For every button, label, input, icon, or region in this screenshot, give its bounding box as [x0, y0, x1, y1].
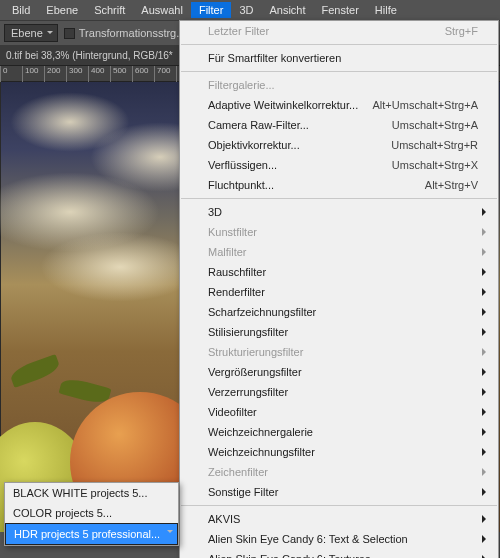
menu-item[interactable]: Verflüssigen...Umschalt+Strg+X: [180, 155, 498, 175]
menubar-item-bild[interactable]: Bild: [4, 2, 38, 18]
ruler-tick: 600: [132, 66, 148, 82]
menu-separator: [181, 198, 497, 199]
menubar-item-auswahl[interactable]: Auswahl: [133, 2, 191, 18]
menu-item-label: Adaptive Weitwinkelkorrektur...: [208, 98, 365, 112]
menu-item[interactable]: Scharfzeichnungsfilter: [180, 302, 498, 322]
ruler-tick: 100: [22, 66, 38, 82]
submenu-item[interactable]: HDR projects 5 professional...: [5, 523, 178, 545]
menu-item[interactable]: Alien Skin Eye Candy 6: Textures: [180, 549, 498, 558]
submenu-arrow-icon: [482, 488, 490, 496]
ruler-tick: 500: [110, 66, 126, 82]
ruler-tick: 400: [88, 66, 104, 82]
menu-item-shortcut: Strg+F: [445, 24, 478, 38]
menu-item-shortcut: Umschalt+Strg+X: [392, 158, 478, 172]
menu-item[interactable]: Fluchtpunkt...Alt+Strg+V: [180, 175, 498, 195]
tab-title: 0.tif bei 38,3% (Hintergrund, RGB/16*: [6, 50, 173, 61]
submenu-arrow-icon: [482, 388, 490, 396]
menu-item: Letzter FilterStrg+F: [180, 21, 498, 41]
menu-item[interactable]: Stilisierungsfilter: [180, 322, 498, 342]
menu-item-label: Renderfilter: [208, 285, 478, 299]
menu-separator: [181, 44, 497, 45]
submenu-arrow-icon: [482, 448, 490, 456]
menu-item[interactable]: Weichzeichnungsfilter: [180, 442, 498, 462]
menu-item-label: Fluchtpunkt...: [208, 178, 417, 192]
menu-item-label: Camera Raw-Filter...: [208, 118, 384, 132]
submenu-arrow-icon: [482, 408, 490, 416]
menu-item[interactable]: Renderfilter: [180, 282, 498, 302]
transform-label: Transformationsstrg.: [79, 27, 179, 39]
menu-item: Filtergalerie...: [180, 75, 498, 95]
menu-item-label: Scharfzeichnungsfilter: [208, 305, 478, 319]
menu-item: Strukturierungsfilter: [180, 342, 498, 362]
menu-item-label: Vergrößerungsfilter: [208, 365, 478, 379]
menu-item-label: Malfilter: [208, 245, 478, 259]
menu-item[interactable]: Sonstige Filter: [180, 482, 498, 502]
submenu-arrow-icon: [482, 515, 490, 523]
menu-item[interactable]: Rauschfilter: [180, 262, 498, 282]
menu-item[interactable]: Für Smartfilter konvertieren: [180, 48, 498, 68]
menu-item[interactable]: AKVIS: [180, 509, 498, 529]
submenu-arrow-icon: [482, 228, 490, 236]
menu-item[interactable]: Objektivkorrektur...Umschalt+Strg+R: [180, 135, 498, 155]
menu-item-label: AKVIS: [208, 512, 478, 526]
submenu-arrow-icon: [482, 288, 490, 296]
submenu-arrow-icon: [482, 428, 490, 436]
menu-item-shortcut: Alt+Umschalt+Strg+A: [373, 98, 478, 112]
menu-item[interactable]: Verzerrungsfilter: [180, 382, 498, 402]
menubar-item-filter[interactable]: Filter: [191, 2, 231, 18]
menubar-item-ansicht[interactable]: Ansicht: [261, 2, 313, 18]
menu-item-label: Letzter Filter: [208, 24, 437, 38]
submenu-arrow-icon: [482, 268, 490, 276]
menu-item[interactable]: Alien Skin Eye Candy 6: Text & Selection: [180, 529, 498, 549]
menu-item: Kunstfilter: [180, 222, 498, 242]
menu-item-label: Alien Skin Eye Candy 6: Textures: [208, 552, 478, 558]
menu-item-shortcut: Umschalt+Strg+R: [391, 138, 478, 152]
submenu-arrow-icon: [482, 535, 490, 543]
menu-item-label: Rauschfilter: [208, 265, 478, 279]
menu-item[interactable]: Adaptive Weitwinkelkorrektur...Alt+Umsch…: [180, 95, 498, 115]
submenu-arrow-icon: [482, 208, 490, 216]
layer-select[interactable]: Ebene: [4, 24, 58, 42]
submenu-arrow-icon: [482, 328, 490, 336]
menubar-item-schrift[interactable]: Schrift: [86, 2, 133, 18]
menubar-item-ebene[interactable]: Ebene: [38, 2, 86, 18]
menu-item[interactable]: Camera Raw-Filter...Umschalt+Strg+A: [180, 115, 498, 135]
menu-item-label: Weichzeichnergalerie: [208, 425, 478, 439]
menu-item-label: Sonstige Filter: [208, 485, 478, 499]
menu-item-label: Verflüssigen...: [208, 158, 384, 172]
submenu-item[interactable]: BLACK WHITE projects 5...: [5, 483, 178, 503]
menu-item: Malfilter: [180, 242, 498, 262]
menu-item-label: Strukturierungsfilter: [208, 345, 478, 359]
menu-item-label: Weichzeichnungsfilter: [208, 445, 478, 459]
ruler-tick: 300: [66, 66, 82, 82]
submenu-arrow-icon: [482, 308, 490, 316]
submenu-item[interactable]: COLOR projects 5...: [5, 503, 178, 523]
menubar-item-3d[interactable]: 3D: [231, 2, 261, 18]
menu-item-label: Filtergalerie...: [208, 78, 478, 92]
ruler-tick: 700: [154, 66, 170, 82]
menu-item[interactable]: Videofilter: [180, 402, 498, 422]
menu-item-label: Videofilter: [208, 405, 478, 419]
menu-item-label: Zeichenfilter: [208, 465, 478, 479]
menu-item-label: Objektivkorrektur...: [208, 138, 383, 152]
menubar-item-hilfe[interactable]: Hilfe: [367, 2, 405, 18]
transform-checkbox[interactable]: Transformationsstrg.: [64, 27, 179, 39]
menu-item[interactable]: Weichzeichnergalerie: [180, 422, 498, 442]
submenu-arrow-icon: [482, 248, 490, 256]
menu-item[interactable]: 3D: [180, 202, 498, 222]
menu-item-label: Stilisierungsfilter: [208, 325, 478, 339]
menu-item-label: Kunstfilter: [208, 225, 478, 239]
menu-item: Zeichenfilter: [180, 462, 498, 482]
menu-separator: [181, 505, 497, 506]
checkbox-box: [64, 28, 75, 39]
franzis-submenu: BLACK WHITE projects 5...COLOR projects …: [4, 482, 179, 546]
submenu-arrow-icon: [482, 348, 490, 356]
menubar-item-fenster[interactable]: Fenster: [314, 2, 367, 18]
menu-item-shortcut: Alt+Strg+V: [425, 178, 478, 192]
menu-item-label: 3D: [208, 205, 478, 219]
filter-menu-dropdown: Letzter FilterStrg+FFür Smartfilter konv…: [179, 20, 499, 558]
ruler-tick: 0: [0, 66, 7, 82]
menu-item-shortcut: Umschalt+Strg+A: [392, 118, 478, 132]
menu-item[interactable]: Vergrößerungsfilter: [180, 362, 498, 382]
ruler-tick: 200: [44, 66, 60, 82]
